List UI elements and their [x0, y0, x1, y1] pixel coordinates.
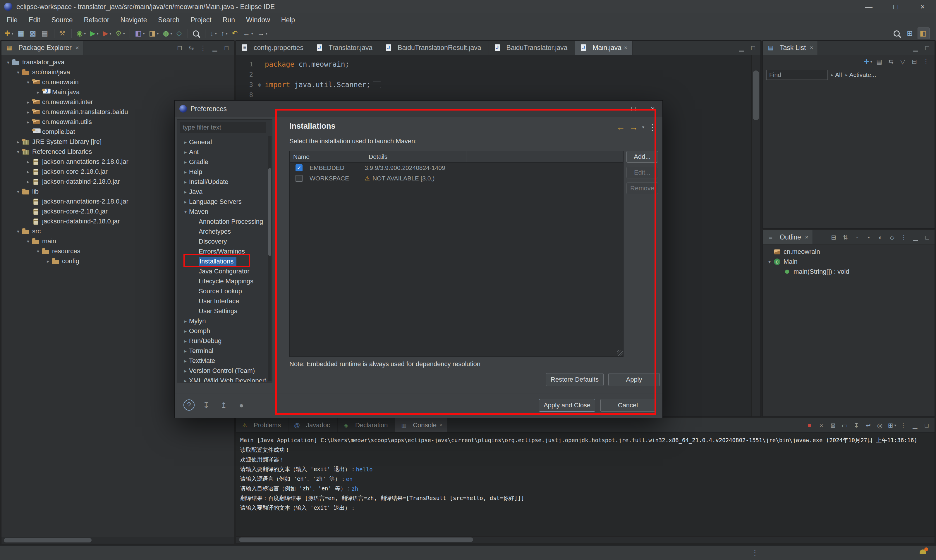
vertical-scrollbar[interactable] — [751, 55, 760, 417]
open-perspective-button[interactable]: ⊞ — [905, 28, 916, 39]
preferences-tree-item[interactable]: Discovery — [177, 237, 267, 246]
fold-icon[interactable]: ⊕ — [258, 81, 261, 88]
outline-item[interactable]: ▾ Main — [763, 257, 934, 267]
tree-item[interactable]: ▾ translator_java — [2, 57, 234, 67]
expand-arrow-icon[interactable]: ▸ — [182, 169, 189, 175]
maximize-button[interactable]: □ — [748, 42, 759, 53]
menu-source[interactable]: Source — [46, 14, 79, 26]
expand-arrow-icon[interactable]: ▸ — [24, 159, 32, 165]
expand-arrow-icon[interactable]: ▸ — [182, 199, 189, 205]
preferences-tree-item[interactable]: User Settings — [177, 306, 267, 316]
scope-all-dropdown[interactable]: ▸All — [831, 71, 842, 78]
expand-arrow-icon[interactable]: ▸ — [44, 258, 52, 264]
editor-tab-baidu-translation-result-java[interactable]: BaiduTranslationResult.java — [380, 41, 489, 55]
preferences-tree-item[interactable]: ▸ General — [177, 137, 267, 147]
activate-dropdown[interactable]: ▸Activate... — [845, 71, 876, 78]
expand-arrow-icon[interactable]: ▸ — [182, 159, 189, 165]
expand-arrow-icon[interactable]: ▸ — [14, 139, 22, 145]
coverage-button[interactable]: ▶▾ — [101, 28, 114, 39]
previous-annotation-button[interactable]: ↑▾ — [219, 28, 230, 39]
expand-arrow-icon[interactable]: ▸ — [24, 99, 32, 105]
add-button[interactable]: Add... — [626, 151, 658, 163]
menu-edit[interactable]: Edit — [23, 14, 46, 26]
minimize-button[interactable]: ▁ — [910, 42, 921, 53]
menu-navigate[interactable]: Navigate — [115, 14, 153, 26]
new-package-button[interactable]: ◨▾ — [147, 28, 161, 39]
new-wizard-button[interactable]: ✚▾ — [2, 28, 15, 39]
column-details[interactable]: Details — [365, 151, 466, 162]
save-button[interactable]: ▦ — [15, 28, 28, 39]
maximize-button[interactable]: □ — [221, 42, 232, 53]
preferences-tree-item[interactable]: ▸ Help — [177, 167, 267, 177]
close-window-button[interactable]: × — [909, 0, 936, 14]
tab-problems[interactable]: Problems — [236, 418, 288, 432]
expand-arrow-icon[interactable]: ▸ — [24, 179, 32, 185]
view-menu-button[interactable]: ⋮ — [898, 420, 909, 431]
maximize-button[interactable]: □ — [922, 232, 933, 243]
menu-file[interactable]: File — [1, 14, 23, 26]
view-menu-button[interactable]: ⋮ — [898, 232, 909, 243]
column-name[interactable]: Name — [290, 151, 365, 162]
back-arrow-icon[interactable]: ← — [616, 122, 625, 132]
code-line[interactable]: 1 package cn.meowrain; — [236, 59, 760, 69]
expand-arrow-icon[interactable]: ▸ — [182, 358, 189, 364]
new-java-project-button[interactable]: ◧▾ — [133, 28, 147, 39]
close-icon[interactable]: × — [810, 44, 813, 51]
back-button[interactable]: ←▾ — [241, 28, 255, 39]
preferences-tree-item[interactable]: ▸ Ant — [177, 147, 267, 157]
minimize-button[interactable]: ▁ — [209, 42, 221, 53]
tree-item[interactable]: ▾ cn.meowrain — [2, 77, 234, 87]
link-with-editor-button[interactable]: ⇆ — [186, 42, 197, 53]
forward-arrow-icon[interactable]: → — [629, 122, 638, 132]
forward-button[interactable]: →▾ — [255, 28, 270, 39]
record-icon[interactable]: ● — [235, 399, 248, 412]
tab-package-explorer[interactable]: Package Explorer × — [2, 41, 83, 55]
menu-window[interactable]: Window — [241, 14, 276, 26]
search-button[interactable] — [191, 28, 202, 39]
maximize-button[interactable]: □ — [922, 420, 933, 431]
vertical-scrollbar[interactable] — [268, 136, 271, 381]
menu-help[interactable]: Help — [276, 14, 301, 26]
apply-button[interactable]: Apply — [608, 373, 660, 386]
preferences-tree-item[interactable]: Errors/Warnings — [177, 246, 267, 257]
maximize-button[interactable]: □ — [922, 42, 933, 53]
table-row-workspace[interactable]: WORKSPACE ⚠NOT AVAILABLE [3.0,) — [290, 173, 623, 184]
resize-grip[interactable] — [617, 350, 623, 356]
preferences-tree-item[interactable]: Source Lookup — [177, 286, 267, 296]
print-button[interactable]: ▤ — [40, 28, 51, 39]
tab-outline[interactable]: Outline × — [763, 230, 813, 244]
apply-and-close-button[interactable]: Apply and Close — [539, 399, 595, 412]
expand-arrow-icon[interactable]: ▾ — [14, 229, 22, 234]
table-row-embedded[interactable]: EMBEDDED 3.9.9/3.9.900.20240824-1409 — [290, 163, 623, 173]
scroll-lock-button[interactable]: ↧ — [851, 420, 862, 431]
next-annotation-button[interactable]: ↓▾ — [208, 28, 219, 39]
hide-non-public-button[interactable]: ◐ — [875, 232, 886, 243]
checkbox-checked[interactable] — [296, 165, 302, 171]
expand-arrow-icon[interactable]: ▸ — [182, 348, 189, 354]
tab-console[interactable]: Console × — [395, 418, 447, 432]
minimize-window-button[interactable]: — — [855, 0, 882, 14]
code-line[interactable]: 2 — [236, 69, 760, 80]
view-menu-button[interactable]: ⋮ — [197, 42, 209, 53]
quick-access-search-button[interactable] — [891, 28, 903, 39]
filter-input[interactable]: type filter text — [180, 122, 266, 133]
dialog-title-bar[interactable]: Preferences □ × — [175, 101, 662, 117]
minimize-button[interactable]: ▁ — [910, 420, 921, 431]
dropdown-arrow-icon[interactable]: ▾ — [642, 125, 644, 130]
preferences-tree-item[interactable]: ▸ XML (Wild Web Developer) — [177, 376, 267, 382]
debug-button[interactable]: ◉▾ — [75, 28, 88, 39]
expand-arrow-icon[interactable]: ▸ — [182, 338, 189, 344]
preferences-tree-item[interactable]: ▸ Terminal — [177, 346, 267, 356]
java-perspective-button[interactable]: ◧ — [917, 28, 930, 39]
scrollbar-thumb[interactable] — [239, 537, 473, 542]
minimize-button[interactable]: ▁ — [736, 42, 747, 53]
expand-arrow-icon[interactable]: ▸ — [34, 89, 42, 95]
expand-arrow-icon[interactable]: ▾ — [14, 149, 22, 155]
expand-arrow-icon[interactable]: ▸ — [182, 140, 189, 145]
dialog-close-button[interactable]: × — [643, 101, 662, 117]
horizontal-scrollbar[interactable] — [236, 536, 934, 543]
hide-static-members-button[interactable]: ▪ — [863, 232, 874, 243]
preferences-tree-item[interactable]: Installations — [177, 257, 267, 266]
scrollbar-thumb[interactable] — [4, 538, 92, 543]
expand-arrow-icon[interactable]: ▸ — [182, 149, 189, 155]
